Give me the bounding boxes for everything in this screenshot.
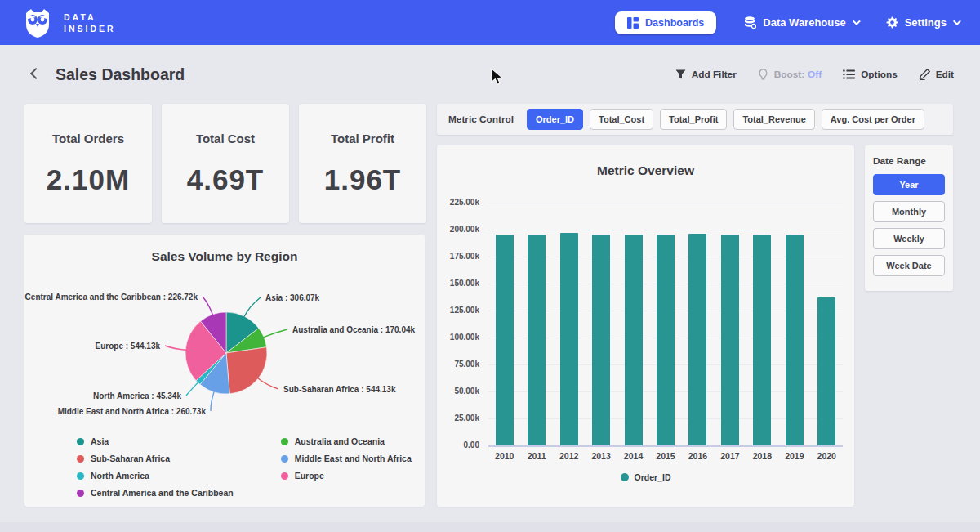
kpi-value: 4.69T [187,163,265,196]
boost-value: Off [808,69,822,80]
boost-toggle[interactable]: Boost: Off [758,69,822,80]
nav-settings-label: Settings [905,16,947,29]
pie-label-middle-east-and-north-africa: Middle East and North Africa : 260.73k [58,407,207,416]
nav-data-warehouse-button[interactable]: Data Warehouse [744,16,858,29]
x-axis-tick: 2012 [553,451,585,461]
y-axis-tick: 75.00k [440,360,479,369]
bar-2014[interactable] [625,235,643,445]
nav-settings-button[interactable]: Settings [886,16,959,29]
y-axis-tick: 25.00k [440,414,479,422]
back-button[interactable] [26,65,44,83]
bar-2018[interactable] [753,235,771,445]
pie-legend-item-north-america[interactable]: North America [77,471,234,481]
chevron-down-icon [953,17,961,25]
metric-chip-order-id[interactable]: Order_ID [527,109,583,130]
y-axis-tick: 150.00k [440,279,479,288]
pie-legend-label: Australia and Oceania [295,436,385,446]
kpi-value: 2.10M [47,163,130,196]
x-axis-tick: 2011 [520,451,552,461]
y-axis-tick: 175.00k [440,252,479,261]
kpi-value: 1.96T [324,163,402,196]
x-axis-tick: 2014 [617,451,649,461]
bar-2012[interactable] [560,233,578,445]
pie-label-asia: Asia : 306.07k [265,293,320,302]
gridline [488,203,843,203]
kpi-card-total-profit: Total Profit 1.96T [299,104,426,223]
options-label: Options [861,69,898,80]
bar-2016[interactable] [688,234,706,445]
pie-legend-column: Australia and OceaniaMiddle East and Nor… [281,436,412,498]
nav-dashboards-button[interactable]: Dashboards [615,11,716,34]
x-axis-tick: 2015 [649,451,681,461]
metric-chip-avg-cost-per-order[interactable]: Avg. Cost per Order [822,109,924,130]
date-range-week-date[interactable]: Week Date [873,255,945,276]
pie-label-leader [186,382,198,396]
date-range-monthly[interactable]: Monthly [873,201,945,222]
date-range-weekly[interactable]: Weekly [873,228,945,249]
sales-volume-card: Sales Volume by Region Asia : 306.07kAus… [24,235,425,507]
metric-overview-card: Metric Overview 0.0025.00k50.00k75.00k10… [437,145,854,507]
filter-funnel-icon [675,69,686,79]
metric-chip-total-revenue[interactable]: Total_Revenue [733,109,814,130]
bar-chart-legend: Order_ID [437,472,854,482]
brand-line2: INSIDER [64,24,116,34]
date-range-year[interactable]: Year [873,174,945,195]
page-header: Sales Dashboard Add Filter Boost: Off [0,57,980,92]
pie-legend-item-middle-east-and-north-africa[interactable]: Middle East and North Africa [281,454,412,463]
x-axis-tick: 2013 [585,451,617,461]
pie-chart: Asia : 306.07kAustralia and Oceania : 17… [24,267,425,435]
y-axis-tick: 225.00k [440,198,479,207]
dashboard-grid-icon [627,17,639,29]
bar-2017[interactable] [721,235,739,445]
pie-legend-label: Sub-Saharan Africa [91,454,170,463]
brand: DATA INSIDER [21,7,116,39]
nav-data-warehouse-label: Data Warehouse [763,16,845,29]
bar-2015[interactable] [657,235,675,445]
pie-legend-item-asia[interactable]: Asia [77,436,234,446]
database-icon [744,16,756,29]
kpi-card-total-cost: Total Cost 4.69T [162,104,289,223]
metric-control-label: Metric Control [448,114,514,125]
brand-text: DATA INSIDER [64,12,116,34]
x-axis-tick: 2016 [682,451,714,461]
date-range-group: YearMonthlyWeeklyWeek Date [873,174,945,276]
pie-label-leader [203,297,213,315]
pie-slice-sub-saharan-africa[interactable] [226,347,267,394]
gridline [488,230,843,230]
mouse-cursor [491,68,507,86]
date-range-label: Date Range [873,155,945,167]
metric-chip-total-cost[interactable]: Total_Cost [590,109,653,130]
navbar: DATA INSIDER Dashboards D [0,0,980,45]
chevron-down-icon [853,17,861,25]
x-axis-tick: 2017 [714,451,746,461]
pie-label-leader [257,378,278,389]
pie-legend-item-europe[interactable]: Europe [281,471,412,481]
metric-chip-total-profit[interactable]: Total_Profit [660,109,727,130]
bar-chart-plot: 0.0025.00k50.00k75.00k100.00k125.00k150.… [437,145,854,507]
bar-2010[interactable] [496,235,514,445]
pie-label-leader [263,329,287,338]
legend-dot-icon [621,473,629,481]
options-button[interactable]: Options [843,69,898,80]
pie-legend-item-sub-saharan-africa[interactable]: Sub-Saharan Africa [77,454,234,463]
bar-2020[interactable] [817,297,835,445]
pie-legend-item-central-america-and-the-caribbean[interactable]: Central America and the Caribbean [77,488,234,498]
edit-button[interactable]: Edit [919,69,954,80]
legend-dot-icon [281,472,288,480]
header-actions: Add Filter Boost: Off Options [675,69,954,80]
add-filter-button[interactable]: Add Filter [675,69,737,80]
metric-chip-group: Order_IDTotal_CostTotal_ProfitTotal_Reve… [527,109,924,130]
kpi-card-total-orders: Total Orders 2.10M [24,104,152,223]
bar-2019[interactable] [786,235,804,445]
app-window: DATA INSIDER Dashboards D [0,0,980,532]
bar-2013[interactable] [592,235,610,445]
metric-control-strip: Metric Control Order_IDTotal_CostTotal_P… [437,104,953,135]
pie-legend-label: Middle East and North Africa [295,454,412,463]
pie-legend-item-australia-and-oceania[interactable]: Australia and Oceania [281,436,412,446]
bottom-band [0,522,980,532]
x-axis-tick: 2019 [778,451,810,461]
kpi-label: Total Profit [331,132,394,145]
add-filter-label: Add Filter [692,69,737,80]
bar-legend-label: Order_ID [635,472,671,482]
bar-2011[interactable] [528,235,546,445]
